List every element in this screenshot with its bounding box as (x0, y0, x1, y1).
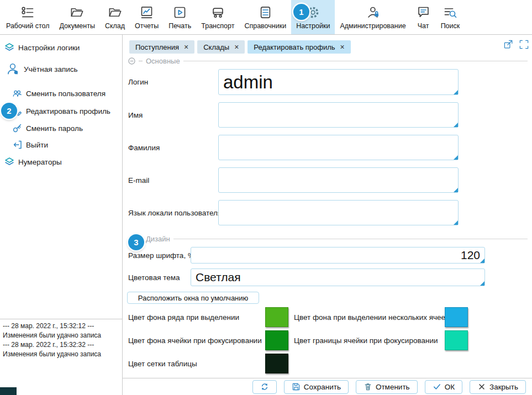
toolbar-item-warehouse[interactable]: Склад (100, 0, 130, 34)
tab-close-icon[interactable]: × (234, 43, 239, 51)
login-field-wrap (218, 69, 459, 95)
desktop-icon (20, 4, 35, 20)
sidebar-item-label: Учётная запись (24, 65, 78, 73)
toolbar-item-print[interactable]: Печать (164, 0, 196, 34)
toolbar-item-documents[interactable]: Документы (54, 0, 99, 34)
save-button[interactable]: Сохранить (284, 380, 349, 394)
toolbar-item-label: Склад (105, 22, 125, 30)
button-label: Закрыть (489, 383, 518, 391)
toolbar-item-search[interactable]: Поиск (436, 0, 465, 34)
group-header-main: Основные (128, 57, 528, 65)
refresh-button[interactable] (252, 380, 277, 394)
sidebar-item-label: Сменить пользователя (26, 89, 106, 98)
sidebar-item-logout[interactable]: Выйти (12, 138, 48, 151)
application-window: Рабочий стол Документы Склад Отчеты Печа (0, 0, 532, 395)
folder-icon (70, 4, 85, 20)
login-input[interactable] (218, 69, 459, 95)
detach-window-icon[interactable] (503, 39, 514, 50)
toolbar-item-label: Печать (168, 22, 191, 30)
group-line (173, 239, 528, 239)
color-label: Цвет фона при выделении нескольких ячеек (294, 313, 449, 322)
theme-input[interactable] (191, 268, 485, 286)
row-selection-color-swatch[interactable] (265, 307, 288, 327)
multi-cell-color-swatch[interactable] (445, 307, 468, 327)
save-icon (292, 382, 301, 391)
toolbar-item-transport[interactable]: Транспорт (196, 0, 239, 34)
email-input[interactable] (218, 167, 459, 193)
locale-input[interactable] (218, 200, 459, 225)
table-grid-color-swatch[interactable] (265, 354, 288, 373)
check-icon (433, 382, 441, 391)
sidebar-item-numerators[interactable]: Нумераторы (4, 155, 62, 168)
close-button[interactable]: Закрыть (470, 380, 526, 394)
fullscreen-icon[interactable] (519, 39, 529, 50)
button-label: Сохранить (304, 383, 341, 391)
console-toggle[interactable] (0, 387, 17, 395)
field-row-email: E-mail (128, 167, 526, 193)
tab-warehouses[interactable]: Склады × (197, 40, 245, 54)
users-icon (12, 88, 22, 98)
field-label: Язык локали пользователя (128, 209, 222, 217)
field-label: Цветовая тема (128, 273, 180, 282)
chat-icon (416, 4, 431, 20)
ok-button[interactable]: ОК (425, 380, 462, 394)
annotation-step-1: 1 (293, 4, 309, 20)
tab-bar: Поступления × Склады × Редактировать про… (129, 40, 351, 54)
window-controls (503, 39, 529, 50)
tab-label: Склады (203, 43, 229, 51)
sidebar-item-logic-settings[interactable]: Настройки логики (4, 41, 80, 54)
sidebar-item-label: Нумераторы (18, 158, 62, 166)
key-icon (12, 123, 22, 133)
toolbar-item-chat[interactable]: Чат (411, 0, 436, 34)
sidebar-item-account[interactable]: Учётная запись (6, 60, 78, 78)
group-header-design: Дизайн (128, 235, 528, 243)
field-label: Логин (128, 78, 148, 86)
field-label: E-mail (128, 176, 149, 185)
last-name-field-wrap (218, 135, 459, 160)
toolbar-item-label: Отчеты (135, 22, 159, 30)
sidebar-item-switch-user[interactable]: Сменить пользователя (12, 87, 106, 100)
cell-focus-border-color-swatch[interactable] (445, 330, 468, 350)
tab-close-icon[interactable]: × (340, 43, 345, 51)
field-label: Размер шрифта, % (128, 251, 194, 260)
sidebar-item-edit-profile[interactable]: Редактировать профиль (12, 104, 110, 118)
cell-focus-bg-color-swatch[interactable] (265, 330, 288, 350)
sidebar-item-change-password[interactable]: Сменить пароль (12, 122, 83, 135)
tab-receipts[interactable]: Поступления × (129, 40, 194, 54)
toolbar-item-administration[interactable]: Администрирование (335, 0, 410, 34)
first-name-input[interactable] (218, 102, 459, 128)
user-icon (6, 62, 20, 76)
tab-close-icon[interactable]: × (184, 43, 188, 51)
font-size-input[interactable] (191, 247, 485, 264)
toolbar-item-label: Поиск (441, 22, 460, 30)
field-label: Имя (128, 111, 143, 119)
sidebar-item-label: Настройки логики (18, 44, 80, 52)
color-label: Цвет фона ячейки при фокусировании (128, 336, 262, 345)
color-label: Цвет сетки таблицы (128, 360, 197, 368)
toolbar-item-desktop[interactable]: Рабочий стол (1, 0, 54, 34)
layers-diamond-icon (4, 157, 14, 167)
last-name-input[interactable] (218, 135, 459, 160)
cancel-button[interactable]: Отменить (356, 380, 418, 394)
arrange-windows-button[interactable]: Расположить окна по умолчанию (127, 292, 259, 304)
main-area: Поступления × Склады × Редактировать про… (123, 35, 532, 395)
group-dash (139, 61, 143, 61)
color-row-1: Цвет фона ряда при выделении Цвет фона п… (128, 307, 526, 327)
annotation-step-3: 3 (128, 234, 144, 250)
color-row-3: Цвет сетки таблицы (128, 354, 526, 373)
log-line: --- 28 мар. 2022 г., 15:32:12 --- (3, 322, 119, 331)
log-line: Изменения были удачно записа (3, 331, 119, 340)
log-line: --- 28 мар. 2022 г., 15:32:32 --- (3, 340, 119, 350)
search-icon (443, 4, 457, 20)
sidebar-item-label: Редактировать профиль (26, 107, 110, 115)
warehouse-folder-icon (108, 4, 123, 20)
toolbar-item-reports[interactable]: Отчеты (130, 0, 164, 34)
toolbar-item-directories[interactable]: Справочники (239, 0, 291, 34)
field-label: Фамилия (128, 144, 160, 152)
field-row-font-size: Размер шрифта, % (128, 247, 526, 264)
tab-edit-profile[interactable]: Редактировать профиль × (247, 40, 350, 54)
collapse-icon[interactable] (128, 57, 135, 65)
refresh-icon (260, 382, 269, 391)
toolbar-item-label: Рабочий стол (6, 22, 49, 30)
button-label: ОК (445, 383, 455, 391)
